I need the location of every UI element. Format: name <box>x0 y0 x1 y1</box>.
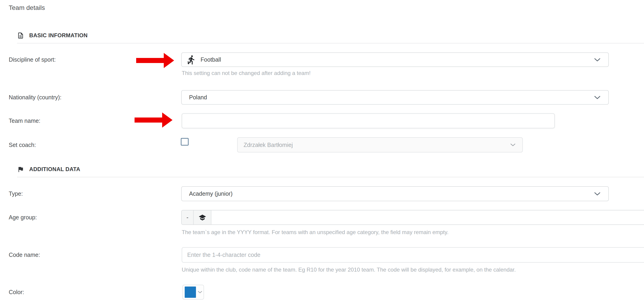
type-value: Academy (junior) <box>182 190 594 197</box>
flag-icon <box>17 166 24 173</box>
chevron-down-icon <box>510 144 516 146</box>
section-additional-data: ADDITIONAL DATA <box>17 165 80 174</box>
code-name-label: Code name: <box>9 247 170 262</box>
section-title: ADDITIONAL DATA <box>29 166 80 172</box>
color-label: Color: <box>9 285 170 300</box>
section-divider <box>17 177 644 177</box>
age-group-helper-text: The team`s age in the YYYY format. For t… <box>182 229 448 236</box>
team-name-input[interactable] <box>182 113 555 128</box>
discipline-select[interactable]: Football <box>181 52 609 67</box>
set-coach-label: Set coach: <box>9 137 170 152</box>
nationality-value: Poland <box>182 94 594 101</box>
discipline-value: Football <box>196 56 594 63</box>
discipline-label: Discipline of sport: <box>9 52 170 67</box>
chevron-down-icon <box>198 291 202 294</box>
chevron-down-icon <box>594 58 600 62</box>
discipline-helper-text: This setting can not be changed after ad… <box>182 70 310 76</box>
set-coach-checkbox[interactable] <box>181 138 188 146</box>
nationality-label: Nationality (country): <box>9 90 170 105</box>
chevron-down-icon <box>594 192 600 196</box>
age-group-school-button[interactable] <box>194 210 211 224</box>
code-name-helper-text: Unique within the club, code name of the… <box>182 266 516 273</box>
team-name-label: Team name: <box>9 113 170 128</box>
section-basic-information: BASIC INFORMATION <box>17 31 88 40</box>
color-picker-button[interactable] <box>182 285 204 300</box>
code-name-input[interactable] <box>182 247 644 262</box>
age-group-field: - <box>181 210 644 225</box>
section-divider <box>17 43 644 44</box>
document-icon <box>17 32 24 39</box>
coach-select[interactable]: Zdrzałek Bartłomiej <box>237 137 523 152</box>
age-group-label: Age group: <box>9 210 170 225</box>
nationality-select[interactable]: Poland <box>181 90 609 105</box>
school-icon <box>198 214 206 222</box>
coach-value: Zdrzałek Bartłomiej <box>238 142 510 148</box>
section-title: BASIC INFORMATION <box>29 32 88 39</box>
soccer-player-icon <box>186 55 196 65</box>
type-select[interactable]: Academy (junior) <box>181 186 609 201</box>
age-group-prefix: - <box>182 210 194 224</box>
chevron-down-icon <box>594 96 600 99</box>
page-title: Team details <box>9 4 45 12</box>
type-label: Type: <box>9 186 170 201</box>
age-group-input[interactable] <box>211 210 644 224</box>
color-swatch <box>185 286 196 298</box>
